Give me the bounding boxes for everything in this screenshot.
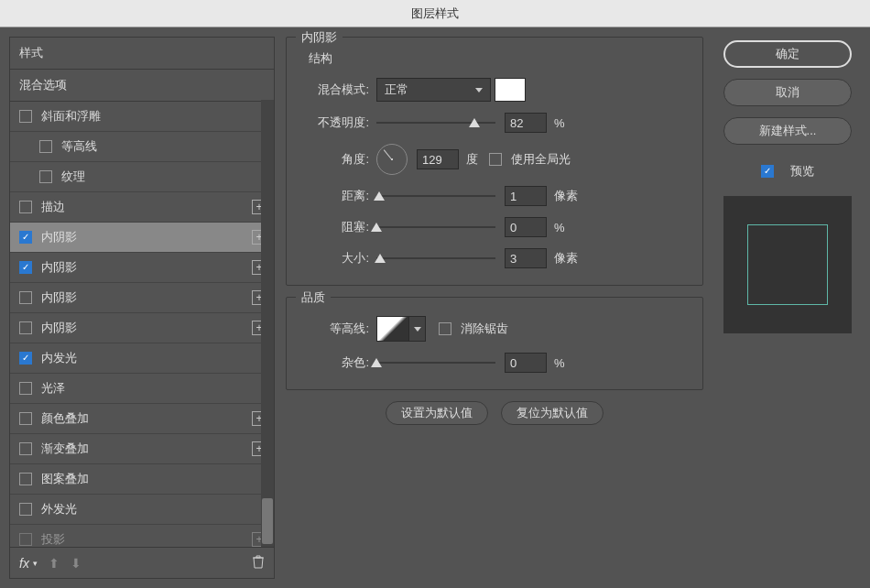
preview-toggle[interactable]: 预览 — [761, 163, 814, 180]
sidebar-footer: fx ▾ ⬆ ⬇ — [9, 548, 275, 579]
antialias-label: 消除锯齿 — [461, 321, 508, 337]
style-label: 图案叠加 — [41, 471, 89, 487]
style-item[interactable]: 图案叠加 — [10, 464, 274, 495]
structure-title: 结构 — [309, 50, 688, 67]
styles-header[interactable]: 样式 — [10, 38, 274, 70]
preview-label: 预览 — [790, 163, 814, 180]
window-title: 图层样式 — [411, 5, 459, 22]
noise-slider[interactable] — [376, 354, 495, 371]
trash-icon[interactable] — [252, 554, 265, 572]
style-checkbox[interactable] — [19, 261, 32, 274]
style-item[interactable]: 渐变叠加+ — [10, 434, 274, 464]
preview-inner — [747, 224, 828, 305]
style-label: 投影 — [41, 531, 65, 548]
quality-group: 品质 等高线: 消除锯齿 杂色: % — [286, 297, 703, 390]
fx-menu[interactable]: fx — [19, 556, 29, 571]
style-label: 光泽 — [41, 380, 65, 397]
sidebar: 样式 混合选项 斜面和浮雕等高线纹理描边+内阴影+内阴影+内阴影+内阴影+内发光… — [9, 37, 275, 579]
scrollbar[interactable] — [261, 100, 274, 547]
style-item[interactable]: 等高线 — [10, 132, 274, 162]
size-slider[interactable] — [376, 250, 495, 267]
contour-label: 等高线: — [301, 321, 376, 337]
style-checkbox[interactable] — [19, 412, 32, 425]
structure-group: 内阴影 结构 混合模式: 正常 不透明度: % 角度: 度 使用全局光 — [286, 37, 703, 286]
style-item[interactable]: 内阴影+ — [10, 283, 274, 313]
style-checkbox[interactable] — [19, 231, 32, 244]
distance-slider[interactable] — [376, 188, 495, 204]
move-down-icon[interactable]: ⬇ — [71, 556, 82, 571]
blend-mode-dropdown[interactable]: 正常 — [376, 78, 491, 102]
right-panel: 确定 取消 新建样式... 预览 — [714, 37, 861, 579]
style-checkbox[interactable] — [19, 382, 32, 395]
style-item[interactable]: 纹理 — [10, 162, 274, 192]
new-style-button[interactable]: 新建样式... — [723, 117, 852, 145]
style-checkbox[interactable] — [19, 201, 32, 213]
preview-box — [723, 196, 852, 333]
style-checkbox[interactable] — [19, 291, 32, 304]
color-swatch[interactable] — [495, 78, 526, 102]
style-item[interactable]: 外发光 — [10, 495, 274, 525]
choke-input[interactable] — [505, 217, 547, 237]
style-checkbox[interactable] — [19, 473, 32, 485]
set-default-button[interactable]: 设置为默认值 — [386, 401, 488, 425]
panel-title: 内阴影 — [296, 29, 343, 46]
distance-label: 距离: — [301, 188, 376, 204]
style-checkbox[interactable] — [19, 533, 32, 546]
styles-list: 样式 混合选项 斜面和浮雕等高线纹理描边+内阴影+内阴影+内阴影+内阴影+内发光… — [9, 37, 275, 548]
style-label: 等高线 — [61, 138, 97, 155]
angle-dial[interactable] — [376, 144, 408, 175]
style-label: 外发光 — [41, 501, 77, 517]
style-checkbox[interactable] — [19, 352, 32, 365]
style-item[interactable]: 内阴影+ — [10, 223, 274, 253]
style-label: 内发光 — [41, 350, 77, 366]
content: 样式 混合选项 斜面和浮雕等高线纹理描边+内阴影+内阴影+内阴影+内阴影+内发光… — [0, 27, 870, 588]
style-checkbox[interactable] — [19, 321, 32, 334]
noise-input[interactable] — [505, 353, 547, 373]
global-light-checkbox[interactable] — [489, 153, 502, 166]
style-item[interactable]: 内阴影+ — [10, 313, 274, 343]
style-item[interactable]: 投影+ — [10, 525, 274, 548]
antialias-checkbox[interactable] — [439, 322, 451, 335]
reset-default-button[interactable]: 复位为默认值 — [501, 401, 604, 425]
angle-input[interactable] — [417, 149, 459, 169]
contour-dropdown-icon[interactable] — [409, 316, 426, 342]
scroll-thumb[interactable] — [262, 498, 273, 544]
contour-picker[interactable] — [376, 316, 409, 342]
style-label: 颜色叠加 — [41, 410, 89, 427]
move-up-icon[interactable]: ⬆ — [49, 556, 60, 571]
style-label: 内阴影 — [41, 289, 77, 306]
style-checkbox[interactable] — [19, 442, 32, 455]
choke-label: 阻塞: — [301, 219, 376, 235]
style-item[interactable]: 光泽 — [10, 374, 274, 404]
ok-button[interactable]: 确定 — [723, 40, 852, 68]
preview-checkbox[interactable] — [761, 165, 774, 178]
style-item[interactable]: 斜面和浮雕 — [10, 102, 274, 132]
style-item[interactable]: 内发光 — [10, 343, 274, 374]
blend-mode-label: 混合模式: — [301, 82, 376, 98]
style-label: 内阴影 — [41, 320, 77, 336]
choke-slider[interactable] — [376, 219, 495, 235]
style-checkbox[interactable] — [39, 170, 52, 183]
cancel-button[interactable]: 取消 — [723, 79, 852, 106]
style-label: 内阴影 — [41, 259, 77, 276]
distance-input[interactable] — [505, 186, 547, 206]
style-label: 渐变叠加 — [41, 441, 89, 457]
size-label: 大小: — [301, 250, 376, 267]
style-item[interactable]: 内阴影+ — [10, 253, 274, 283]
opacity-label: 不透明度: — [301, 114, 376, 131]
style-label: 描边 — [41, 199, 65, 215]
style-item[interactable]: 描边+ — [10, 192, 274, 223]
title-bar: 图层样式 — [0, 0, 870, 27]
noise-label: 杂色: — [301, 354, 376, 371]
style-checkbox[interactable] — [39, 140, 52, 153]
style-item[interactable]: 颜色叠加+ — [10, 404, 274, 434]
style-checkbox[interactable] — [19, 503, 32, 516]
opacity-slider[interactable] — [376, 114, 495, 131]
style-checkbox[interactable] — [19, 110, 32, 123]
opacity-input[interactable] — [505, 113, 547, 133]
style-label: 内阴影 — [41, 229, 77, 245]
blend-options-header[interactable]: 混合选项 — [10, 70, 274, 102]
quality-title: 品质 — [296, 289, 331, 306]
main-panel: 内阴影 结构 混合模式: 正常 不透明度: % 角度: 度 使用全局光 — [282, 37, 707, 579]
size-input[interactable] — [505, 248, 547, 268]
